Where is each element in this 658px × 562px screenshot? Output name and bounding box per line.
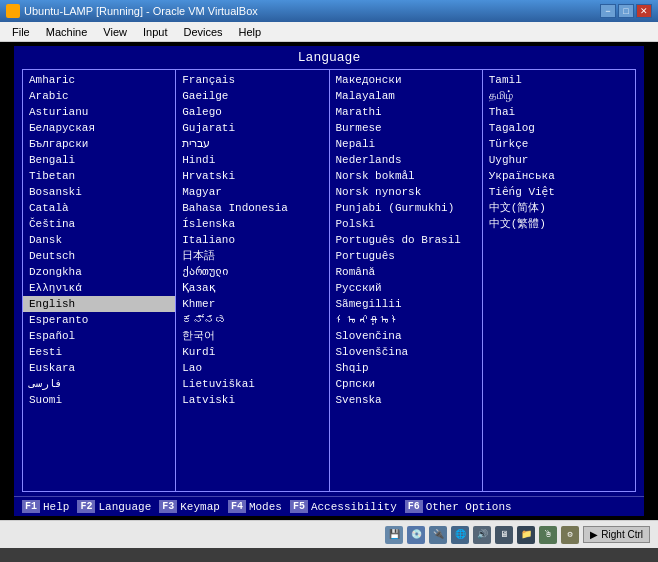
- f6-key: F6: [405, 500, 423, 513]
- list-item[interactable]: فارسی: [23, 376, 175, 392]
- list-item[interactable]: Kurdî: [176, 344, 328, 360]
- menu-file[interactable]: File: [4, 24, 38, 40]
- status-f6[interactable]: F6 Other Options: [405, 500, 512, 513]
- status-f1[interactable]: F1 Help: [22, 500, 69, 513]
- list-item[interactable]: Shqip: [330, 360, 482, 376]
- minimize-button[interactable]: −: [600, 4, 616, 18]
- list-item[interactable]: Malayalam: [330, 88, 482, 104]
- list-item[interactable]: Íslenska: [176, 216, 328, 232]
- list-item[interactable]: Ελληνικά: [23, 280, 175, 296]
- list-item[interactable]: Türkçe: [483, 136, 635, 152]
- list-item[interactable]: Svenska: [330, 392, 482, 408]
- list-item[interactable]: Magyar: [176, 184, 328, 200]
- list-item[interactable]: Thai: [483, 104, 635, 120]
- menu-machine[interactable]: Machine: [38, 24, 96, 40]
- list-item[interactable]: தமிழ்: [483, 88, 635, 104]
- list-item[interactable]: עברית: [176, 136, 328, 152]
- list-item[interactable]: 한국어: [176, 328, 328, 344]
- status-f4[interactable]: F4 Modes: [228, 500, 282, 513]
- close-button[interactable]: ✕: [636, 4, 652, 18]
- installer-screen: Language Amharic Arabic Asturianu Белару…: [14, 46, 644, 516]
- list-item[interactable]: Gujarati: [176, 120, 328, 136]
- menu-help[interactable]: Help: [231, 24, 270, 40]
- list-item[interactable]: Français: [176, 72, 328, 88]
- list-item[interactable]: Nederlands: [330, 152, 482, 168]
- list-item[interactable]: 中文(简体): [483, 200, 635, 216]
- list-item[interactable]: Latviski: [176, 392, 328, 408]
- list-item[interactable]: Català: [23, 200, 175, 216]
- list-item[interactable]: Marathi: [330, 104, 482, 120]
- display-icon: 🖥: [495, 526, 513, 544]
- list-item[interactable]: Punjabi (Gurmukhi): [330, 200, 482, 216]
- lang-col-4: Tamil தமிழ் Thai Tagalog Türkçe Uyghur У…: [483, 70, 635, 491]
- list-item[interactable]: Burmese: [330, 120, 482, 136]
- window-title: Ubuntu-LAMP [Running] - Oracle VM Virtua…: [24, 5, 596, 17]
- list-item[interactable]: 中文(繁體): [483, 216, 635, 232]
- list-item[interactable]: Hrvatski: [176, 168, 328, 184]
- list-item[interactable]: Español: [23, 328, 175, 344]
- list-item[interactable]: Hindi: [176, 152, 328, 168]
- list-item[interactable]: Български: [23, 136, 175, 152]
- status-f2[interactable]: F2 Language: [77, 500, 151, 513]
- list-item[interactable]: Қазақ: [176, 280, 328, 296]
- list-item[interactable]: Slovenčina: [330, 328, 482, 344]
- list-item[interactable]: Arabic: [23, 88, 175, 104]
- list-item[interactable]: Tamil: [483, 72, 635, 88]
- f1-key: F1: [22, 500, 40, 513]
- list-item[interactable]: Galego: [176, 104, 328, 120]
- list-item[interactable]: Lao: [176, 360, 328, 376]
- list-item[interactable]: Norsk nynorsk: [330, 184, 482, 200]
- list-item[interactable]: Italiano: [176, 232, 328, 248]
- list-item[interactable]: Lietuviškai: [176, 376, 328, 392]
- list-item[interactable]: Eesti: [23, 344, 175, 360]
- list-item[interactable]: Polski: [330, 216, 482, 232]
- list-item[interactable]: ಕನ್ನಡ: [176, 312, 328, 328]
- window-controls: − □ ✕: [600, 4, 652, 18]
- list-item[interactable]: Српски: [330, 376, 482, 392]
- menu-input[interactable]: Input: [135, 24, 175, 40]
- list-item[interactable]: Русский: [330, 280, 482, 296]
- list-item[interactable]: Khmer: [176, 296, 328, 312]
- lang-item-english[interactable]: English: [23, 296, 175, 312]
- list-item[interactable]: Norsk bokmål: [330, 168, 482, 184]
- list-item[interactable]: Sãmegillii: [330, 296, 482, 312]
- list-item[interactable]: 日本語: [176, 248, 328, 264]
- list-item[interactable]: Uyghur: [483, 152, 635, 168]
- list-item[interactable]: ქართული: [176, 264, 328, 280]
- list-item[interactable]: Tiếng Việt: [483, 184, 635, 200]
- list-item[interactable]: Українська: [483, 168, 635, 184]
- list-item[interactable]: Asturianu: [23, 104, 175, 120]
- list-item[interactable]: Tagalog: [483, 120, 635, 136]
- status-f3[interactable]: F3 Keymap: [159, 500, 220, 513]
- list-item[interactable]: Português: [330, 248, 482, 264]
- menu-devices[interactable]: Devices: [175, 24, 230, 40]
- lang-col-3: Македонски Malayalam Marathi Burmese Nep…: [330, 70, 483, 491]
- list-item[interactable]: Македонски: [330, 72, 482, 88]
- menu-view[interactable]: View: [95, 24, 135, 40]
- list-item[interactable]: Deutsch: [23, 248, 175, 264]
- list-item[interactable]: Bengali: [23, 152, 175, 168]
- list-item[interactable]: Euskara: [23, 360, 175, 376]
- list-item[interactable]: Gaeilge: [176, 88, 328, 104]
- list-item[interactable]: Dzongkha: [23, 264, 175, 280]
- list-item[interactable]: Slovenščina: [330, 344, 482, 360]
- list-item[interactable]: Čeština: [23, 216, 175, 232]
- list-item[interactable]: ᠮᠣᠩᠭᠣᠯ: [330, 312, 482, 328]
- status-f5[interactable]: F5 Accessibility: [290, 500, 397, 513]
- f3-label: Keymap: [180, 501, 220, 513]
- f3-key: F3: [159, 500, 177, 513]
- list-item[interactable]: Esperanto: [23, 312, 175, 328]
- list-item[interactable]: Bahasa Indonesia: [176, 200, 328, 216]
- list-item[interactable]: Amharic: [23, 72, 175, 88]
- right-ctrl-arrow: ▶: [590, 529, 598, 540]
- list-item[interactable]: Bosanski: [23, 184, 175, 200]
- list-item[interactable]: Dansk: [23, 232, 175, 248]
- list-item[interactable]: Беларуская: [23, 120, 175, 136]
- list-item[interactable]: Português do Brasil: [330, 232, 482, 248]
- list-item[interactable]: Suomi: [23, 392, 175, 408]
- list-item[interactable]: Română: [330, 264, 482, 280]
- maximize-button[interactable]: □: [618, 4, 634, 18]
- list-item[interactable]: Nepali: [330, 136, 482, 152]
- f1-label: Help: [43, 501, 69, 513]
- list-item[interactable]: Tibetan: [23, 168, 175, 184]
